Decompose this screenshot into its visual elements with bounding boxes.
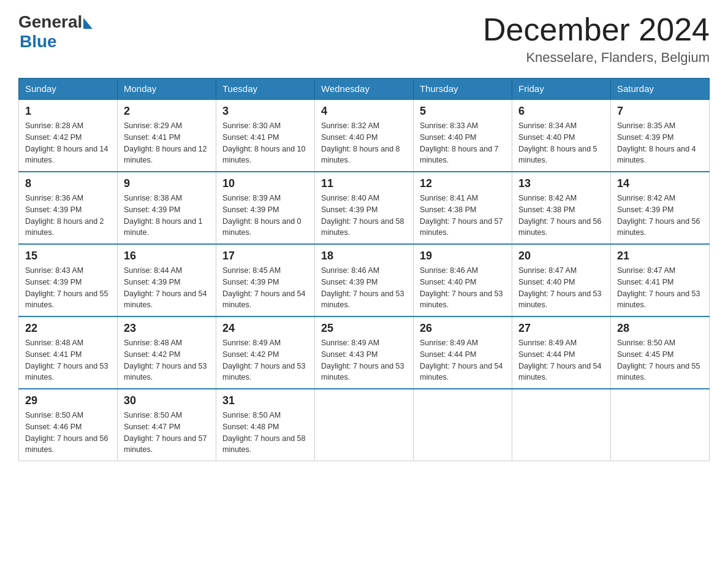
- page-header: General Blue December 2024 Knesselare, F…: [18, 12, 710, 66]
- day-number: 16: [124, 250, 210, 262]
- day-number: 11: [321, 177, 407, 190]
- day-info: Sunrise: 8:43 AMSunset: 4:39 PMDaylight:…: [25, 266, 108, 309]
- day-info: Sunrise: 8:38 AMSunset: 4:39 PMDaylight:…: [124, 194, 203, 237]
- day-number: 1: [25, 105, 111, 118]
- logo-blue-text: Blue: [20, 32, 57, 52]
- calendar-cell: 3 Sunrise: 8:30 AMSunset: 4:41 PMDayligh…: [216, 99, 315, 172]
- day-info: Sunrise: 8:47 AMSunset: 4:40 PMDaylight:…: [518, 266, 602, 309]
- calendar-week-5: 29 Sunrise: 8:50 AMSunset: 4:46 PMDaylig…: [19, 389, 710, 461]
- day-info: Sunrise: 8:35 AMSunset: 4:39 PMDaylight:…: [617, 121, 696, 164]
- calendar-cell: 7 Sunrise: 8:35 AMSunset: 4:39 PMDayligh…: [611, 99, 710, 172]
- day-number: 13: [518, 177, 604, 190]
- calendar-cell: 10 Sunrise: 8:39 AMSunset: 4:39 PMDaylig…: [216, 172, 315, 244]
- day-number: 18: [321, 250, 407, 262]
- calendar-cell: 24 Sunrise: 8:49 AMSunset: 4:42 PMDaylig…: [216, 316, 315, 389]
- day-number: 15: [25, 250, 111, 262]
- day-number: 10: [222, 177, 308, 190]
- day-info: Sunrise: 8:45 AMSunset: 4:39 PMDaylight:…: [222, 266, 306, 309]
- day-info: Sunrise: 8:36 AMSunset: 4:39 PMDaylight:…: [25, 194, 104, 237]
- day-number: 30: [124, 394, 210, 407]
- day-info: Sunrise: 8:48 AMSunset: 4:41 PMDaylight:…: [25, 339, 108, 381]
- col-thursday: Thursday: [414, 79, 512, 100]
- day-info: Sunrise: 8:44 AMSunset: 4:39 PMDaylight:…: [124, 266, 207, 309]
- day-number: 9: [124, 177, 210, 190]
- day-info: Sunrise: 8:30 AMSunset: 4:41 PMDaylight:…: [222, 121, 306, 164]
- day-info: Sunrise: 8:46 AMSunset: 4:40 PMDaylight:…: [420, 266, 503, 309]
- day-number: 19: [420, 250, 506, 262]
- calendar-cell: 30 Sunrise: 8:50 AMSunset: 4:47 PMDaylig…: [118, 389, 216, 461]
- logo-general-text: General: [18, 12, 82, 32]
- day-info: Sunrise: 8:49 AMSunset: 4:44 PMDaylight:…: [518, 339, 602, 381]
- day-info: Sunrise: 8:50 AMSunset: 4:48 PMDaylight:…: [222, 411, 306, 454]
- day-info: Sunrise: 8:50 AMSunset: 4:46 PMDaylight:…: [25, 411, 108, 454]
- day-info: Sunrise: 8:41 AMSunset: 4:38 PMDaylight:…: [420, 194, 503, 237]
- day-number: 24: [222, 322, 308, 335]
- col-tuesday: Tuesday: [216, 79, 315, 100]
- calendar-cell: [315, 389, 414, 461]
- calendar-cell: 17 Sunrise: 8:45 AMSunset: 4:39 PMDaylig…: [216, 244, 315, 316]
- calendar-cell: 26 Sunrise: 8:49 AMSunset: 4:44 PMDaylig…: [414, 316, 512, 389]
- location-subtitle: Knesselare, Flanders, Belgium: [483, 50, 710, 66]
- day-number: 26: [420, 322, 506, 335]
- day-info: Sunrise: 8:49 AMSunset: 4:44 PMDaylight:…: [420, 339, 503, 381]
- day-number: 8: [25, 177, 111, 190]
- calendar-cell: 15 Sunrise: 8:43 AMSunset: 4:39 PMDaylig…: [19, 244, 118, 316]
- day-number: 23: [124, 322, 210, 335]
- calendar-cell: 1 Sunrise: 8:28 AMSunset: 4:42 PMDayligh…: [19, 99, 118, 172]
- day-info: Sunrise: 8:28 AMSunset: 4:42 PMDaylight:…: [25, 121, 108, 164]
- col-friday: Friday: [512, 79, 611, 100]
- day-number: 17: [222, 250, 308, 262]
- calendar-cell: [512, 389, 611, 461]
- day-info: Sunrise: 8:50 AMSunset: 4:47 PMDaylight:…: [124, 411, 207, 454]
- calendar-cell: 29 Sunrise: 8:50 AMSunset: 4:46 PMDaylig…: [19, 389, 118, 461]
- day-number: 2: [124, 105, 210, 118]
- day-info: Sunrise: 8:46 AMSunset: 4:39 PMDaylight:…: [321, 266, 404, 309]
- day-number: 3: [222, 105, 308, 118]
- day-number: 29: [25, 394, 111, 407]
- day-number: 27: [518, 322, 604, 335]
- day-number: 28: [617, 322, 703, 335]
- day-number: 4: [321, 105, 407, 118]
- calendar-cell: [414, 389, 512, 461]
- day-info: Sunrise: 8:49 AMSunset: 4:43 PMDaylight:…: [321, 339, 404, 381]
- calendar-cell: 31 Sunrise: 8:50 AMSunset: 4:48 PMDaylig…: [216, 389, 315, 461]
- day-number: 5: [420, 105, 506, 118]
- day-info: Sunrise: 8:42 AMSunset: 4:38 PMDaylight:…: [518, 194, 602, 237]
- col-wednesday: Wednesday: [315, 79, 414, 100]
- calendar-cell: 20 Sunrise: 8:47 AMSunset: 4:40 PMDaylig…: [512, 244, 611, 316]
- day-number: 7: [617, 105, 703, 118]
- calendar-cell: 9 Sunrise: 8:38 AMSunset: 4:39 PMDayligh…: [118, 172, 216, 244]
- calendar-cell: 21 Sunrise: 8:47 AMSunset: 4:41 PMDaylig…: [611, 244, 710, 316]
- calendar-week-4: 22 Sunrise: 8:48 AMSunset: 4:41 PMDaylig…: [19, 316, 710, 389]
- calendar-cell: 22 Sunrise: 8:48 AMSunset: 4:41 PMDaylig…: [19, 316, 118, 389]
- day-info: Sunrise: 8:49 AMSunset: 4:42 PMDaylight:…: [222, 339, 306, 381]
- day-number: 21: [617, 250, 703, 262]
- logo-arrow-icon: [83, 18, 93, 29]
- calendar-cell: 14 Sunrise: 8:42 AMSunset: 4:39 PMDaylig…: [611, 172, 710, 244]
- col-monday: Monday: [118, 79, 216, 100]
- day-number: 14: [617, 177, 703, 190]
- calendar-cell: 25 Sunrise: 8:49 AMSunset: 4:43 PMDaylig…: [315, 316, 414, 389]
- calendar-cell: 27 Sunrise: 8:49 AMSunset: 4:44 PMDaylig…: [512, 316, 611, 389]
- day-info: Sunrise: 8:42 AMSunset: 4:39 PMDaylight:…: [617, 194, 700, 237]
- col-sunday: Sunday: [19, 79, 118, 100]
- day-info: Sunrise: 8:47 AMSunset: 4:41 PMDaylight:…: [617, 266, 700, 309]
- calendar-cell: 28 Sunrise: 8:50 AMSunset: 4:45 PMDaylig…: [611, 316, 710, 389]
- day-info: Sunrise: 8:29 AMSunset: 4:41 PMDaylight:…: [124, 121, 207, 164]
- calendar-cell: 18 Sunrise: 8:46 AMSunset: 4:39 PMDaylig…: [315, 244, 414, 316]
- month-title: December 2024: [483, 12, 710, 47]
- day-info: Sunrise: 8:32 AMSunset: 4:40 PMDaylight:…: [321, 121, 400, 164]
- day-info: Sunrise: 8:34 AMSunset: 4:40 PMDaylight:…: [518, 121, 597, 164]
- day-info: Sunrise: 8:50 AMSunset: 4:45 PMDaylight:…: [617, 339, 700, 381]
- day-info: Sunrise: 8:33 AMSunset: 4:40 PMDaylight:…: [420, 121, 499, 164]
- day-number: 25: [321, 322, 407, 335]
- day-info: Sunrise: 8:39 AMSunset: 4:39 PMDaylight:…: [222, 194, 301, 237]
- calendar-week-2: 8 Sunrise: 8:36 AMSunset: 4:39 PMDayligh…: [19, 172, 710, 244]
- calendar-cell: [611, 389, 710, 461]
- calendar-cell: 12 Sunrise: 8:41 AMSunset: 4:38 PMDaylig…: [414, 172, 512, 244]
- day-number: 22: [25, 322, 111, 335]
- calendar-table: Sunday Monday Tuesday Wednesday Thursday…: [18, 78, 710, 461]
- day-info: Sunrise: 8:48 AMSunset: 4:42 PMDaylight:…: [124, 339, 207, 381]
- col-saturday: Saturday: [611, 79, 710, 100]
- calendar-cell: 8 Sunrise: 8:36 AMSunset: 4:39 PMDayligh…: [19, 172, 118, 244]
